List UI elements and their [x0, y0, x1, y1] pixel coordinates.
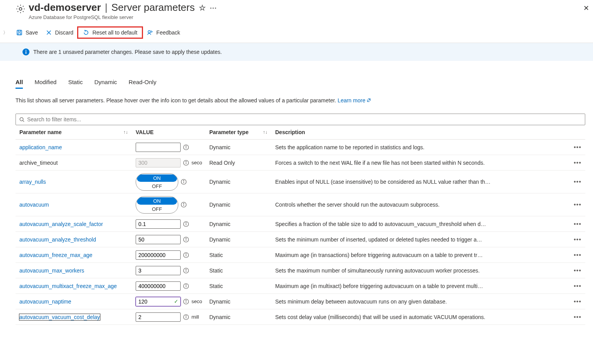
check-icon: ✓ [174, 298, 178, 304]
tab-dynamic[interactable]: Dynamic [94, 79, 117, 89]
reset-all-button[interactable]: Reset all to default [79, 28, 141, 37]
discard-icon [46, 29, 52, 36]
tab-static[interactable]: Static [68, 79, 83, 89]
row-more-icon[interactable]: ••• [566, 144, 581, 151]
row-more-icon[interactable]: ••• [566, 159, 581, 166]
param-info-icon[interactable] [183, 267, 189, 274]
param-description: Sets the minimum number of inserted, upd… [275, 236, 566, 243]
external-link-icon [367, 97, 371, 102]
unit-label: mill [191, 314, 199, 320]
param-info-icon[interactable] [183, 252, 189, 258]
param-description: Sets the application name to be reported… [275, 144, 566, 150]
param-info-icon[interactable] [181, 179, 187, 185]
param-info-icon[interactable] [183, 160, 189, 166]
param-type: Dynamic [209, 236, 275, 243]
table-row: autovacuum_freeze_max_ageStaticMaximum a… [16, 247, 585, 263]
svg-point-38 [186, 285, 186, 285]
param-type: Static [209, 252, 275, 258]
row-more-icon[interactable]: ••• [566, 252, 581, 259]
param-name-link: archive_timeout [19, 160, 58, 166]
param-value-input[interactable] [136, 250, 181, 260]
svg-point-20 [183, 180, 184, 181]
collapse-chevron-icon[interactable]: 〉 [3, 29, 8, 36]
svg-point-23 [183, 203, 184, 204]
unit-label: seco [191, 298, 202, 304]
col-header-desc[interactable]: Description [275, 129, 566, 135]
param-description: Controls whether the server should run t… [275, 202, 566, 208]
toggle-on-off[interactable]: ONOFF [136, 196, 178, 214]
sort-icon[interactable]: ↑↓ [123, 129, 128, 135]
col-header-type[interactable]: Parameter type [209, 129, 248, 135]
tab-all[interactable]: All [16, 79, 23, 89]
param-name-link[interactable]: application_name [19, 144, 62, 150]
param-name-link[interactable]: autovacuum_freeze_max_age [19, 252, 92, 258]
search-input[interactable] [27, 116, 582, 123]
param-value-input[interactable] [136, 312, 181, 322]
unit-label: seco [191, 160, 202, 166]
tab-list: AllModifiedStaticDynamicRead-Only [16, 79, 585, 89]
param-value-input[interactable] [136, 281, 181, 291]
svg-point-29 [186, 238, 186, 238]
param-value-input[interactable] [136, 235, 181, 244]
tab-modified[interactable]: Modified [34, 79, 57, 89]
svg-point-9 [26, 50, 26, 50]
more-menu-icon[interactable]: ⋯ [210, 3, 217, 12]
param-name-link[interactable]: autovacuum_naptime [19, 298, 71, 305]
tab-read-only[interactable]: Read-Only [129, 79, 157, 89]
svg-rect-2 [18, 30, 21, 32]
feedback-icon [147, 29, 153, 36]
svg-point-6 [148, 31, 150, 33]
param-info-icon[interactable] [183, 314, 189, 320]
param-info-icon[interactable] [183, 144, 189, 150]
toggle-on-off[interactable]: ONOFF [136, 173, 178, 191]
feedback-button[interactable]: Feedback [143, 28, 184, 37]
sort-icon[interactable]: ↑↓ [263, 129, 267, 135]
table-row: autovacuum_naptime✓secoDynamicSets minim… [16, 294, 585, 309]
row-more-icon[interactable]: ••• [566, 283, 581, 290]
row-more-icon[interactable]: ••• [566, 267, 581, 274]
param-info-icon[interactable] [183, 283, 189, 289]
col-header-value[interactable]: VALUE [136, 129, 209, 135]
svg-rect-8 [26, 51, 26, 54]
table-row: autovacuum_analyze_scale_factorDynamicSp… [16, 216, 585, 232]
param-info-icon[interactable] [183, 236, 189, 243]
param-name-link[interactable]: autovacuum_vacuum_cost_delay [19, 314, 100, 320]
svg-point-35 [186, 269, 186, 269]
param-value-input[interactable] [136, 143, 181, 152]
table-row: autovacuum_analyze_thresholdDynamicSets … [16, 232, 585, 247]
save-button[interactable]: Save [12, 28, 42, 37]
row-more-icon[interactable]: ••• [566, 201, 581, 208]
param-info-icon[interactable] [183, 298, 189, 305]
row-more-icon[interactable]: ••• [566, 236, 581, 243]
param-name-link[interactable]: array_nulls [19, 179, 46, 185]
table-row: autovacuumONOFFDynamicControls whether t… [16, 193, 585, 216]
row-more-icon[interactable]: ••• [566, 221, 581, 228]
table-row: array_nullsONOFFDynamicEnables input of … [16, 171, 585, 193]
search-input-wrap[interactable] [16, 114, 585, 125]
param-description: Enables input of NULL (case insensitive)… [275, 179, 566, 185]
param-value-input[interactable] [136, 219, 181, 229]
param-info-icon[interactable] [181, 202, 187, 208]
param-type: Dynamic [209, 221, 275, 227]
param-name-link[interactable]: autovacuum_max_workers [19, 267, 84, 274]
svg-point-44 [186, 316, 186, 316]
col-header-name[interactable]: Parameter name [19, 129, 62, 135]
param-info-icon[interactable] [183, 221, 189, 227]
row-more-icon[interactable]: ••• [566, 298, 581, 305]
param-name-link[interactable]: autovacuum_analyze_threshold [19, 236, 96, 243]
svg-point-10 [20, 117, 23, 121]
param-type: Dynamic [209, 298, 275, 305]
param-name-link[interactable]: autovacuum_multixact_freeze_max_age [19, 283, 117, 289]
discard-button[interactable]: Discard [42, 28, 77, 37]
close-icon[interactable]: ✕ [583, 4, 589, 12]
param-name-link[interactable]: autovacuum [19, 202, 49, 208]
param-value-input [136, 158, 181, 167]
favorite-star-icon[interactable]: ☆ [199, 3, 206, 12]
param-description: Specifies a fraction of the table size t… [275, 221, 566, 227]
learn-more-link[interactable]: Learn more [338, 97, 371, 104]
param-name-link[interactable]: autovacuum_analyze_scale_factor [19, 221, 103, 227]
param-value-input[interactable] [136, 266, 181, 275]
row-more-icon[interactable]: ••• [566, 178, 581, 185]
param-type: Static [209, 267, 275, 274]
row-more-icon[interactable]: ••• [566, 314, 581, 321]
